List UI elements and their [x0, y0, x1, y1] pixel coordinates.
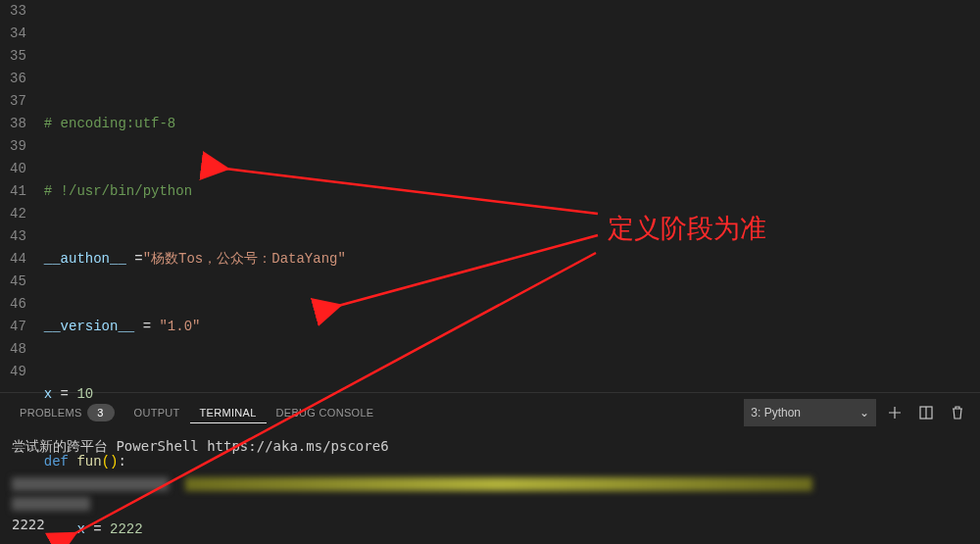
code-line: __version__ = "1.0": [44, 316, 980, 338]
code-line: # !/usr/bin/python: [44, 180, 980, 203]
code-line: [44, 45, 980, 68]
code-line: x = 10: [44, 383, 980, 406]
code-editor[interactable]: 3334353637383940414243444546474849 # enc…: [0, 0, 980, 392]
code-line: def fun():: [44, 451, 980, 473]
code-line: # encoding:utf-8: [44, 113, 980, 135]
code-line: __authon__ ="杨数Tos，公众号：DataYang": [44, 248, 980, 271]
line-number-gutter: 3334353637383940414243444546474849: [0, 0, 44, 392]
code-area[interactable]: # encoding:utf-8 # !/usr/bin/python __au…: [44, 0, 980, 392]
code-line: x = 2222: [44, 519, 980, 541]
